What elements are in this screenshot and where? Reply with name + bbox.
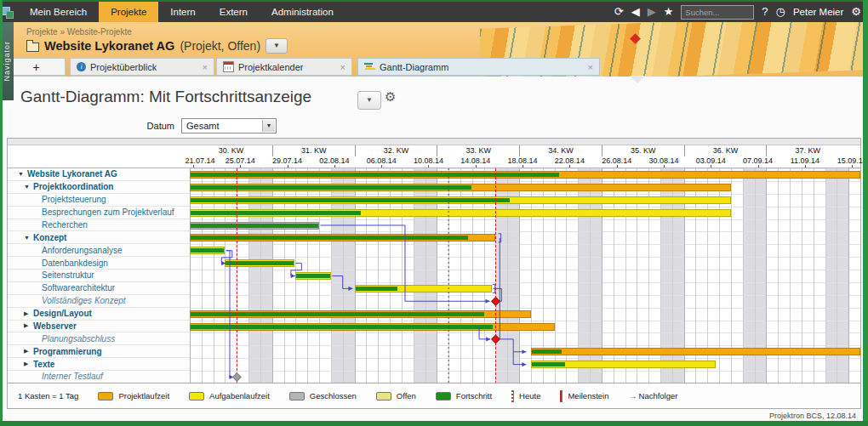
tab-projektkalender[interactable]: Projektkalender×	[216, 58, 352, 76]
tab-projektüberblick[interactable]: iProjektüberblick×	[70, 58, 214, 76]
task-row[interactable]: ▼Website Lykoranet AG	[8, 168, 190, 181]
back-icon[interactable]: ◀	[631, 2, 640, 22]
task-row[interactable]: Projektsteuerung	[8, 194, 190, 207]
task-label: Projektsteuerung	[42, 195, 106, 204]
successor-connector	[479, 327, 490, 339]
forward-icon[interactable]: ▶	[648, 2, 656, 22]
tab-gantt-diagramm[interactable]: Gantt-Diagramm×	[357, 58, 600, 76]
milestone-diamond-icon[interactable]	[491, 297, 500, 305]
breadcrumb[interactable]: Projekte » Website-Projekte	[26, 27, 132, 37]
expand-arrow-icon[interactable]: ▶	[24, 322, 33, 329]
date-label: 25.07.14	[226, 156, 255, 165]
project-header: Website Lykoranet AG (Projekt, Offen) ▼	[26, 38, 288, 54]
task-label: Seitenstruktur	[42, 270, 94, 280]
task-row[interactable]: ▶Webserver	[8, 321, 190, 333]
task-row[interactable]: Datenbankdesign	[8, 257, 190, 270]
week-label: 35. KW	[602, 145, 684, 156]
favorite-star-icon[interactable]: ★	[664, 2, 674, 22]
task-row[interactable]: Besprechungen zum Projektverlauf	[8, 207, 190, 219]
week-label: 34. KW	[519, 145, 602, 156]
user-name[interactable]: Peter Meier	[793, 7, 843, 17]
project_bar-swatch	[98, 392, 113, 400]
collapse-arrow-icon[interactable]: ▼	[24, 184, 33, 190]
menu-item-intern[interactable]: Intern	[158, 2, 207, 22]
legend-item: →Nachfolger	[629, 391, 678, 400]
legend-label: Aufgabenlaufzeit	[209, 391, 270, 400]
app-version-footer: Projektron BCS, 12.08.14	[769, 412, 856, 420]
task-label: Anforderungsanalyse	[42, 246, 123, 255]
task-row[interactable]: Vollständiges Konzept	[8, 295, 190, 308]
chart-scroll-strip[interactable]	[8, 139, 860, 145]
project-menu-button[interactable]: ▼	[266, 38, 288, 54]
active-tab-notch	[630, 76, 645, 83]
menu-item-administration[interactable]: Administration	[260, 2, 345, 22]
expand-arrow-icon[interactable]: ▶	[24, 348, 33, 355]
milestone-diamond-icon[interactable]	[232, 373, 241, 382]
menu-item-extern[interactable]: Extern	[208, 2, 260, 22]
task-label: Design/Layout	[33, 309, 92, 318]
expand-arrow-icon[interactable]: ▶	[24, 361, 33, 367]
info-icon: i	[77, 62, 86, 71]
task-row[interactable]: Softwarearchitektur	[8, 282, 190, 295]
date-label: 10.08.14	[414, 156, 443, 165]
date-label: 18.08.14	[508, 156, 538, 165]
settings-gear-icon[interactable]: ⚙	[385, 89, 396, 105]
arrowhead-icon	[348, 287, 352, 291]
successor-connector	[221, 251, 231, 264]
gear-icon[interactable]: ⚙	[851, 2, 861, 22]
task-row[interactable]: Recherchen	[8, 219, 190, 232]
legend-label: Fortschritt	[456, 391, 492, 400]
task-label: Webserver	[33, 321, 77, 331]
task-row[interactable]: Planungsabschluss	[8, 332, 190, 345]
folder-icon	[26, 43, 39, 52]
date-filter-select[interactable]: Gesamt ▼	[181, 118, 277, 133]
title-dropdown-button[interactable]: ▼	[357, 91, 381, 110]
close-icon[interactable]: ×	[203, 62, 208, 72]
task-label: Texte	[33, 360, 54, 369]
task-row[interactable]: Anforderungsanalyse	[8, 244, 190, 257]
collapse-arrow-icon[interactable]: ▼	[18, 171, 27, 177]
week-label: 31. KW	[272, 145, 355, 156]
search-input[interactable]	[681, 5, 754, 20]
task-label: Planungsabschluss	[42, 334, 115, 344]
timer-icon[interactable]: ◷	[776, 2, 785, 22]
task-row[interactable]: ▶Texte	[8, 358, 190, 371]
week-label: 33. KW	[437, 145, 519, 156]
task-row[interactable]: ▼Projektkoordination	[8, 181, 190, 194]
project-title: Website Lykoranet AG	[44, 39, 174, 53]
help-icon[interactable]: ?	[762, 2, 768, 22]
arrowhead-icon	[522, 362, 526, 366]
successor-connector	[291, 264, 301, 276]
date-label: 03.09.14	[696, 156, 726, 165]
collapse-arrow-icon[interactable]: ▼	[24, 235, 33, 241]
week-label: 36. KW	[684, 145, 767, 156]
task-row[interactable]: ▶Design/Layout	[8, 308, 190, 321]
week-header-row: 30. KW31. KW32. KW33. KW34. KW35. KW36. …	[190, 145, 860, 156]
task-label: Besprechungen zum Projektverlauf	[42, 207, 174, 217]
chevron-down-icon: ▼	[262, 120, 275, 132]
task-label: Projektkoordination	[33, 182, 113, 191]
close-icon[interactable]: ×	[588, 62, 593, 72]
tab-label: Projektüberblick	[90, 62, 157, 72]
window-border-top	[0, 0, 868, 2]
refresh-icon[interactable]: ⟳	[614, 2, 624, 22]
menu-item-mein-bereich[interactable]: Mein Bereich	[18, 2, 99, 22]
legend-item: Meilenstein	[560, 390, 608, 402]
task-row[interactable]: ▼Konzept	[8, 231, 190, 244]
add-tab-button[interactable]: +	[7, 58, 66, 76]
navigator-label: Navigator	[3, 41, 11, 82]
arrowhead-icon	[486, 337, 490, 341]
legend-item: Aufgabenlaufzeit	[189, 391, 270, 400]
close-icon[interactable]: ×	[340, 62, 345, 72]
task-row[interactable]: Seitenstruktur	[8, 270, 190, 282]
chart-legend: 1 Kasten = 1 TagProjektlaufzeitAufgabenl…	[7, 383, 861, 409]
legend-label: Heute	[519, 391, 540, 400]
expand-arrow-icon[interactable]: ▶	[24, 310, 33, 317]
legend-label: Geschlossen	[310, 391, 357, 400]
task-row[interactable]: Interner Testlauf	[8, 371, 190, 383]
task-row[interactable]: ▶Programmierung	[8, 345, 190, 358]
menu-item-projekte[interactable]: Projekte	[99, 2, 158, 22]
milestone-diamond-icon[interactable]	[491, 335, 500, 344]
legend-item: Projektlaufzeit	[98, 391, 169, 400]
page-title: Gantt-Diagramm: Mit Fortschrittsanzeige	[20, 88, 311, 106]
